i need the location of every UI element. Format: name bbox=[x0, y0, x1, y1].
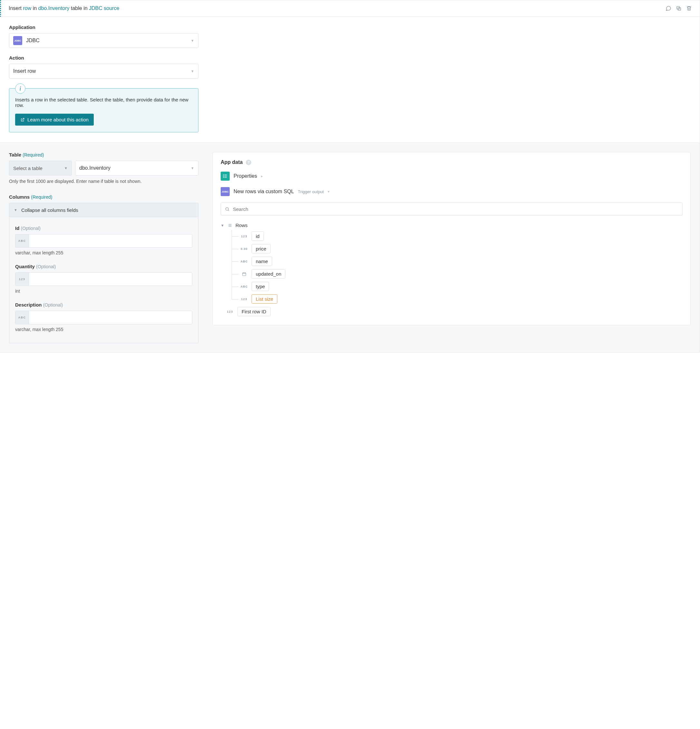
application-label: Application bbox=[9, 25, 198, 30]
config-body: Table (Required) Select a table ▼ dbo.In… bbox=[0, 143, 700, 352]
type-badge-number: 123 bbox=[226, 310, 234, 313]
columns-body: Id (Optional) ABC varchar, max length 25… bbox=[9, 217, 198, 343]
column-quantity-typehint: int bbox=[15, 289, 192, 294]
column-description-typehint: varchar, max length 255 bbox=[15, 327, 192, 332]
help-icon[interactable]: ? bbox=[246, 160, 251, 165]
svg-point-6 bbox=[223, 176, 224, 176]
column-id-typehint: varchar, max length 255 bbox=[15, 250, 192, 256]
optional-tag: (Optional) bbox=[21, 226, 41, 231]
pill-id[interactable]: id bbox=[252, 231, 264, 241]
action-label: Action bbox=[9, 55, 198, 61]
trash-icon[interactable] bbox=[686, 6, 692, 11]
column-quantity-field: Quantity (Optional) 123 int bbox=[15, 264, 192, 294]
chevron-down-icon: ▼ bbox=[64, 166, 68, 170]
field-name: Quantity bbox=[15, 264, 35, 269]
list-icon bbox=[221, 171, 230, 181]
app-data-search-input[interactable] bbox=[233, 206, 678, 212]
svg-point-7 bbox=[223, 177, 224, 177]
action-select[interactable]: Insert row ▼ bbox=[9, 64, 198, 78]
app-action-section: Application JDBC JDBC ▼ Action Insert ro… bbox=[0, 17, 700, 143]
optional-tag: (Optional) bbox=[36, 264, 56, 269]
type-chip-123: 123 bbox=[16, 273, 29, 286]
collapse-columns-toggle[interactable]: ▼ Collapse all columns fields bbox=[9, 203, 198, 217]
optional-tag: (Optional) bbox=[43, 302, 63, 308]
copy-icon[interactable] bbox=[676, 6, 682, 11]
pill-first-row-id[interactable]: First row ID bbox=[237, 307, 271, 316]
title-highlight-row: row bbox=[23, 6, 31, 11]
columns-section: Columns (Required) ▼ Collapse all column… bbox=[9, 194, 198, 343]
jdbc-icon: JDBC bbox=[221, 187, 230, 196]
pill-updated-on-row: updated_on bbox=[227, 267, 683, 280]
app-data-search bbox=[221, 203, 683, 215]
column-quantity-input[interactable] bbox=[29, 273, 192, 286]
new-rows-label: New rows via custom SQL bbox=[234, 189, 294, 195]
svg-line-9 bbox=[228, 210, 229, 211]
rows-tree-node[interactable]: ▼ Rows bbox=[221, 221, 683, 230]
new-rows-source[interactable]: JDBC New rows via custom SQL Trigger out… bbox=[221, 187, 683, 196]
required-tag: (Required) bbox=[23, 152, 44, 157]
application-select[interactable]: JDBC JDBC ▼ bbox=[9, 33, 198, 48]
chevron-down-icon: ▼ bbox=[14, 208, 17, 212]
column-description-label: Description (Optional) bbox=[15, 302, 192, 308]
data-tree: ▼ Rows 123 id bbox=[221, 221, 683, 318]
table-name-select[interactable]: dbo.Inventory ▼ bbox=[75, 161, 198, 176]
type-chip-abc: ABC bbox=[16, 234, 29, 247]
external-link-icon bbox=[20, 118, 25, 122]
app-data-title-text: App data bbox=[221, 160, 243, 165]
action-value: Insert row bbox=[13, 68, 36, 74]
list-icon bbox=[228, 223, 232, 228]
rows-label: Rows bbox=[236, 222, 248, 228]
required-tag: (Required) bbox=[31, 195, 52, 200]
columns-label-text: Columns bbox=[9, 194, 30, 200]
column-description-input[interactable] bbox=[29, 311, 192, 324]
column-id-input[interactable] bbox=[29, 234, 192, 247]
type-badge-string: ABC bbox=[240, 260, 248, 263]
header-actions bbox=[665, 6, 692, 11]
field-name: Description bbox=[15, 302, 42, 308]
pill-id-row: 123 id bbox=[227, 230, 683, 243]
pill-price[interactable]: price bbox=[252, 244, 271, 253]
title-text: Insert bbox=[9, 6, 22, 11]
column-id-input-wrap: ABC bbox=[15, 234, 192, 248]
type-badge-decimal: 0.00 bbox=[240, 247, 248, 251]
comment-icon[interactable] bbox=[665, 6, 671, 11]
pill-updated-on[interactable]: updated_on bbox=[252, 269, 285, 279]
action-header: Insert row in dbo.Inventory table in JDB… bbox=[0, 0, 700, 17]
chevron-down-icon: ▼ bbox=[191, 39, 194, 42]
table-hint: Only the first 1000 are displayed. Enter… bbox=[9, 179, 198, 184]
jdbc-icon: JDBC bbox=[13, 36, 22, 45]
action-title: Insert row in dbo.Inventory table in JDB… bbox=[9, 6, 665, 11]
table-label: Table (Required) bbox=[9, 152, 198, 157]
app-data-column: App data ? Properties ▸ JDBC New rows vi… bbox=[212, 152, 691, 325]
fields-column: Table (Required) Select a table ▼ dbo.In… bbox=[9, 152, 198, 343]
chevron-down-icon: ▼ bbox=[191, 69, 194, 73]
search-icon bbox=[225, 207, 230, 212]
chevron-down-icon: ▼ bbox=[221, 224, 224, 227]
title-text: table in bbox=[71, 6, 87, 11]
select-table-label: Select a table bbox=[13, 166, 42, 171]
pill-name[interactable]: name bbox=[252, 257, 272, 266]
svg-rect-13 bbox=[243, 272, 246, 275]
column-quantity-label: Quantity (Optional) bbox=[15, 264, 192, 269]
column-quantity-input-wrap: 123 bbox=[15, 272, 192, 286]
learn-more-button[interactable]: Learn more about this action bbox=[15, 114, 94, 126]
pill-first-row-id-row: 123 First row ID bbox=[221, 305, 683, 318]
pill-type[interactable]: type bbox=[252, 282, 269, 291]
info-callout: i Inserts a row in the selected table. S… bbox=[9, 88, 198, 132]
pill-list-size[interactable]: List size bbox=[252, 294, 277, 304]
pill-list-size-row: 123 List size bbox=[227, 293, 683, 305]
table-name-value: dbo.Inventory bbox=[79, 165, 111, 171]
pill-type-row: ABC type bbox=[227, 280, 683, 293]
type-badge-number: 123 bbox=[240, 298, 248, 301]
title-text: in bbox=[33, 6, 37, 11]
svg-point-5 bbox=[223, 174, 224, 175]
column-description-field: Description (Optional) ABC varchar, max … bbox=[15, 302, 192, 332]
pill-price-row: 0.00 price bbox=[227, 243, 683, 255]
type-badge-date bbox=[240, 272, 248, 276]
chevron-right-icon: ▸ bbox=[261, 174, 263, 179]
chevron-down-icon: ▼ bbox=[191, 166, 194, 170]
columns-label: Columns (Required) bbox=[9, 194, 198, 200]
properties-source[interactable]: Properties ▸ bbox=[221, 171, 683, 181]
field-name: Id bbox=[15, 225, 19, 231]
select-table-button[interactable]: Select a table ▼ bbox=[9, 161, 72, 176]
